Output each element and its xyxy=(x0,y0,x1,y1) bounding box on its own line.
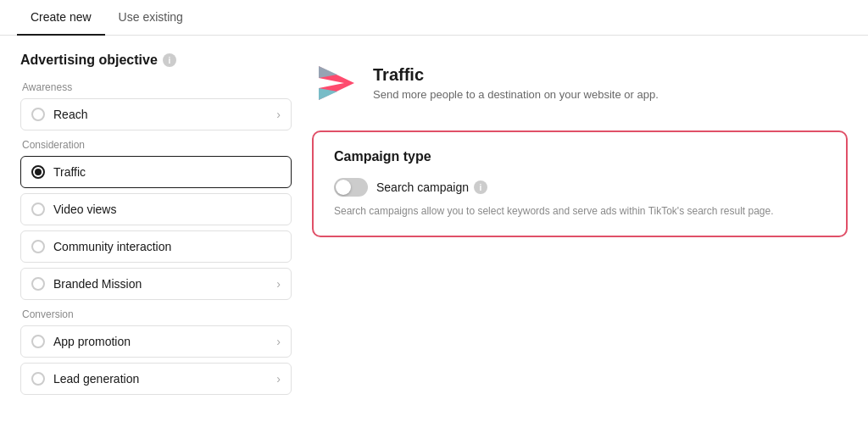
page-container: Create new Use existing Advertising obje… xyxy=(0,0,868,433)
conversion-group: Conversion App promotion › Lead generati… xyxy=(20,308,292,395)
toggle-row: Search campaign i xyxy=(334,178,826,197)
awareness-label: Awareness xyxy=(20,81,292,93)
radio-community xyxy=(31,240,45,253)
traffic-title: Traffic xyxy=(373,65,659,85)
toggle-knob xyxy=(336,180,351,195)
community-label: Community interaction xyxy=(53,240,171,253)
reach-chevron: › xyxy=(276,108,281,121)
traffic-header: Traffic Send more people to a destinatio… xyxy=(312,53,848,114)
option-reach[interactable]: Reach › xyxy=(20,98,292,130)
search-campaign-toggle[interactable] xyxy=(334,178,368,197)
radio-branded xyxy=(31,277,45,291)
advertising-objective-title: Advertising objective i xyxy=(20,53,292,68)
option-branded-mission[interactable]: Branded Mission › xyxy=(20,268,292,300)
radio-traffic xyxy=(31,165,45,179)
consideration-label: Consideration xyxy=(20,139,292,151)
search-campaign-info-icon[interactable]: i xyxy=(474,180,487,194)
video-views-label: Video views xyxy=(53,203,116,216)
info-icon[interactable]: i xyxy=(163,53,176,67)
app-promotion-label: App promotion xyxy=(53,335,131,348)
reach-label: Reach xyxy=(53,108,87,121)
radio-video-views xyxy=(31,203,45,216)
traffic-text: Traffic Send more people to a destinatio… xyxy=(373,65,659,101)
branded-chevron: › xyxy=(276,277,281,291)
option-community-interaction[interactable]: Community interaction xyxy=(20,230,292,263)
tab-use-existing[interactable]: Use existing xyxy=(105,0,197,36)
awareness-group: Awareness Reach › xyxy=(20,81,292,130)
radio-reach xyxy=(31,108,45,121)
branded-label: Branded Mission xyxy=(53,277,142,291)
option-traffic[interactable]: Traffic xyxy=(20,156,292,188)
tabs-bar: Create new Use existing xyxy=(0,0,868,36)
search-campaign-label: Search campaign i xyxy=(376,180,487,194)
traffic-icon xyxy=(312,59,359,107)
tab-create-new[interactable]: Create new xyxy=(17,0,105,36)
conversion-label: Conversion xyxy=(20,308,292,320)
option-app-promotion[interactable]: App promotion › xyxy=(20,325,292,358)
option-lead-generation[interactable]: Lead generation › xyxy=(20,363,292,395)
lead-gen-label: Lead generation xyxy=(53,372,139,386)
traffic-description: Send more people to a destination on you… xyxy=(373,88,659,101)
right-panel: Traffic Send more people to a destinatio… xyxy=(312,53,848,416)
radio-app-promotion xyxy=(31,335,45,348)
app-promotion-chevron: › xyxy=(276,335,281,348)
left-panel: Advertising objective i Awareness Reach … xyxy=(20,53,292,416)
campaign-description: Search campaigns allow you to select key… xyxy=(334,203,826,219)
main-content: Advertising objective i Awareness Reach … xyxy=(0,36,868,433)
section-title-text: Advertising objective xyxy=(20,53,158,68)
campaign-type-card: Campaign type Search campaign i Search c… xyxy=(312,130,848,237)
option-video-views[interactable]: Video views xyxy=(20,193,292,225)
consideration-group: Consideration Traffic Video views xyxy=(20,139,292,300)
toggle-label-text: Search campaign xyxy=(376,180,469,194)
radio-lead-gen xyxy=(31,372,45,386)
lead-gen-chevron: › xyxy=(276,372,281,386)
campaign-type-title: Campaign type xyxy=(334,149,826,164)
traffic-label: Traffic xyxy=(53,165,86,179)
radio-traffic-inner xyxy=(35,169,42,175)
